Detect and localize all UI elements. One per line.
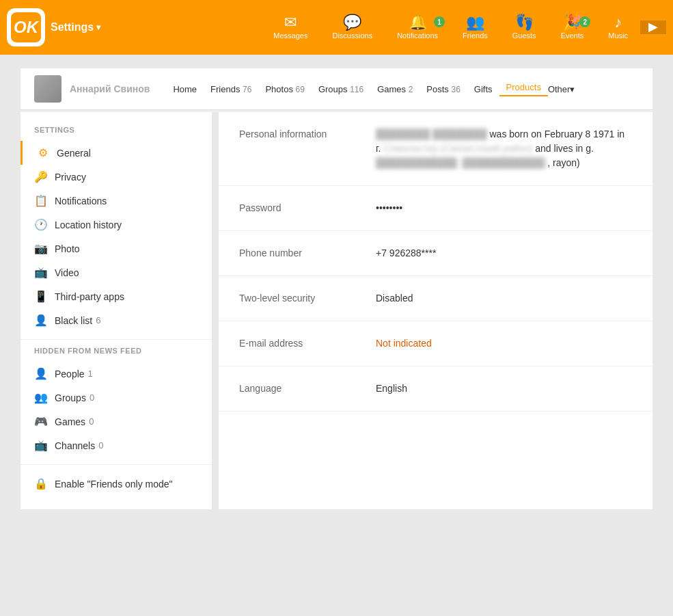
people-icon: 👤 bbox=[34, 367, 48, 380]
events-badge: 2 bbox=[579, 16, 590, 27]
avatar bbox=[34, 75, 61, 103]
channels-badge: 0 bbox=[98, 440, 103, 451]
sidebar-channels-label: Channels bbox=[55, 440, 95, 451]
profile-nav-games[interactable]: Games 2 bbox=[370, 84, 420, 94]
two-level-label: Two-level security bbox=[239, 291, 376, 304]
top-navigation: OK Settings ✉ Messages 💬 Discussions 1 🔔… bbox=[0, 0, 673, 55]
logo-ok-icon: OK bbox=[14, 19, 38, 36]
sidebar-photo-label: Photo bbox=[55, 243, 80, 254]
events-icon: 🎉 bbox=[563, 15, 581, 30]
sidebar-item-general[interactable]: ⚙ General bbox=[20, 141, 212, 165]
friends-mode-label: Enable "Friends only mode" bbox=[55, 479, 173, 490]
messages-icon: ✉ bbox=[284, 15, 297, 30]
sidebar-divider bbox=[20, 339, 212, 340]
profile-nav-home[interactable]: Home bbox=[166, 84, 204, 94]
games-icon: 🎮 bbox=[34, 415, 48, 428]
email-value: Not indicated bbox=[376, 336, 632, 351]
logo-box: OK bbox=[7, 8, 45, 46]
avatar-placeholder bbox=[34, 75, 61, 103]
friends-label: Friends bbox=[463, 31, 488, 40]
guests-icon: 👣 bbox=[515, 15, 534, 30]
settings-dropdown[interactable]: Settings bbox=[51, 21, 100, 34]
sidebar-item-location[interactable]: 🕐 Location history bbox=[20, 213, 212, 237]
nav-messages[interactable]: ✉ Messages bbox=[261, 15, 320, 40]
video-icon: 📺 bbox=[34, 266, 48, 279]
nav-tv[interactable]: ▶ bbox=[640, 21, 666, 34]
music-icon: ♪ bbox=[614, 15, 622, 30]
phone-value: +7 926288**** bbox=[376, 246, 632, 260]
camera-icon: 📷 bbox=[34, 242, 48, 255]
settings-content: Personal information ████████ ████████ w… bbox=[219, 112, 653, 509]
password-value: •••••••• bbox=[376, 201, 632, 215]
games-badge: 0 bbox=[89, 416, 94, 427]
friends-icon: 👥 bbox=[466, 15, 484, 30]
row-personal-info: Personal information ████████ ████████ w… bbox=[219, 112, 653, 186]
sidebar-item-groups[interactable]: 👥 Groups 0 bbox=[20, 386, 212, 410]
row-email: E-mail address Not indicated bbox=[219, 321, 653, 366]
sidebar-games-label: Games bbox=[55, 416, 85, 427]
sidebar-people-label: People bbox=[55, 369, 85, 379]
sidebar-item-photo[interactable]: 📷 Photo bbox=[20, 237, 212, 260]
groups-badge: 0 bbox=[90, 392, 94, 403]
sidebar-third-party-label: Third-party apps bbox=[55, 291, 124, 302]
language-value: English bbox=[376, 381, 632, 396]
discussions-icon: 💬 bbox=[343, 15, 361, 30]
profile-nav-gifts[interactable]: Gifts bbox=[467, 84, 499, 94]
sidebar-video-label: Video bbox=[55, 267, 79, 278]
people-badge: 1 bbox=[88, 369, 93, 379]
clock-icon: 🕐 bbox=[34, 218, 48, 231]
profile-nav-photos[interactable]: Photos 69 bbox=[258, 84, 311, 94]
personal-info-label: Personal information bbox=[239, 127, 376, 139]
guests-label: Guests bbox=[512, 31, 536, 40]
sidebar-item-games[interactable]: 🎮 Games 0 bbox=[20, 410, 212, 433]
sidebar-item-video[interactable]: 📺 Video bbox=[20, 260, 212, 284]
sidebar-item-friends-mode[interactable]: 🔒 Enable "Friends only mode" bbox=[20, 472, 212, 496]
nav-music[interactable]: ♪ Music bbox=[596, 15, 640, 40]
messages-label: Messages bbox=[273, 31, 307, 40]
tv-icon: ▶ bbox=[648, 21, 658, 33]
password-label: Password bbox=[239, 201, 376, 213]
language-label: Language bbox=[239, 381, 376, 394]
sidebar-item-notifications[interactable]: 📋 Notifications bbox=[20, 189, 212, 213]
sidebar-item-people[interactable]: 👤 People 1 bbox=[20, 362, 212, 386]
discussions-label: Discussions bbox=[332, 31, 372, 40]
personal-info-value: ████████ ████████ was born on February 8… bbox=[376, 127, 632, 170]
notifications-icon: 🔔 bbox=[409, 15, 427, 30]
row-phone: Phone number +7 926288**** bbox=[219, 231, 653, 276]
profile-nav-friends[interactable]: Friends 76 bbox=[204, 84, 258, 94]
profile-nav-other[interactable]: Other bbox=[548, 84, 575, 94]
nav-notifications[interactable]: 1 🔔 Notifications bbox=[385, 15, 450, 40]
profile-nav-products[interactable]: Products bbox=[499, 82, 548, 96]
sidebar-item-privacy[interactable]: 🔑 Privacy bbox=[20, 165, 212, 189]
blacklist-icon: 👤 bbox=[34, 314, 48, 327]
hidden-section-title: HIDDEN FROM NEWS FEED bbox=[20, 347, 212, 362]
profile-bar: Аннарий Свинов Home Friends 76 Photos 69… bbox=[20, 68, 653, 110]
profile-nav-posts[interactable]: Posts 36 bbox=[420, 84, 467, 94]
profile-nav: Home Friends 76 Photos 69 Groups 116 Gam… bbox=[166, 82, 575, 96]
nav-discussions[interactable]: 💬 Discussions bbox=[320, 15, 385, 40]
row-language: Language English bbox=[219, 366, 653, 412]
settings-section-title: SETTINGS bbox=[20, 126, 212, 141]
sidebar: SETTINGS ⚙ General 🔑 Privacy 📋 Notificat… bbox=[20, 112, 212, 509]
nav-friends[interactable]: 👥 Friends bbox=[450, 15, 500, 40]
sidebar-item-third-party[interactable]: 📱 Third-party apps bbox=[20, 284, 212, 308]
key-icon: 🔑 bbox=[34, 170, 48, 183]
sidebar-blacklist-label: Black list bbox=[55, 315, 92, 326]
sidebar-item-blacklist[interactable]: 👤 Black list 6 bbox=[20, 308, 212, 332]
sidebar-location-label: Location history bbox=[55, 219, 122, 230]
blacklist-badge: 6 bbox=[96, 315, 100, 325]
nav-events[interactable]: 2 🎉 Events bbox=[549, 15, 596, 40]
notification-icon: 📋 bbox=[34, 194, 48, 207]
music-label: Music bbox=[608, 31, 628, 40]
logo-inner: OK bbox=[11, 12, 41, 42]
sidebar-item-channels[interactable]: 📺 Channels 0 bbox=[20, 433, 212, 457]
profile-bar-container: Аннарий Свинов Home Friends 76 Photos 69… bbox=[20, 68, 653, 112]
main-layout: SETTINGS ⚙ General 🔑 Privacy 📋 Notificat… bbox=[20, 112, 653, 509]
nav-guests[interactable]: 👣 Guests bbox=[500, 15, 549, 40]
profile-nav-groups[interactable]: Groups 116 bbox=[312, 84, 370, 94]
profile-name: Аннарий Свинов bbox=[70, 83, 150, 94]
sidebar-notifications-label: Notifications bbox=[55, 196, 107, 206]
email-label: E-mail address bbox=[239, 336, 376, 349]
sidebar-general-label: General bbox=[57, 148, 91, 159]
apps-icon: 📱 bbox=[34, 290, 48, 303]
